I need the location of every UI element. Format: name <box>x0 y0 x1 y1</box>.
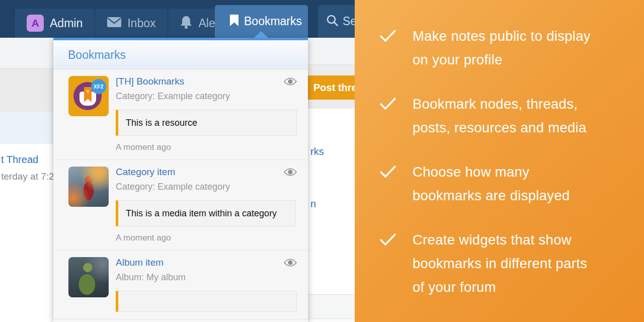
nav-tab-inbox[interactable]: Inbox <box>95 9 168 38</box>
nav-inbox-label: Inbox <box>127 17 155 30</box>
check-icon <box>380 30 396 71</box>
nav-bookmarks-label: Bookmarks <box>244 15 302 28</box>
nav-tab-admin[interactable]: A Admin <box>14 9 95 38</box>
bookmark-note-quote <box>116 291 297 312</box>
eye-icon[interactable] <box>284 77 297 86</box>
partial-link-fragment[interactable]: n <box>310 198 316 210</box>
bookmark-timestamp: A moment ago <box>116 233 297 243</box>
partial-thread-timestamp: terday at 7:2 <box>1 171 54 182</box>
partial-thread-link[interactable]: t Thread <box>1 154 38 166</box>
bookmark-title-link[interactable]: [TH] Bookmarks <box>116 76 184 87</box>
album-thumbnail[interactable] <box>68 257 109 297</box>
bookmark-title-link[interactable]: Category item <box>116 167 175 178</box>
menu-header-title: Bookmarks <box>53 40 308 69</box>
nav-tab-search[interactable]: Se <box>318 5 355 38</box>
check-icon <box>380 98 396 139</box>
nav-search-label: Se <box>343 15 355 28</box>
eye-icon[interactable] <box>284 258 297 267</box>
nav-tabstrip: A Admin Inbox Alerts <box>14 9 240 38</box>
bookmark-note-quote: This is a resource <box>116 110 297 136</box>
bookmark-icon <box>230 15 238 28</box>
admin-avatar[interactable]: A <box>27 15 44 32</box>
xf2-resource-icon[interactable]: ★ XF2 <box>68 76 109 116</box>
menu-pointer-arrow <box>254 31 268 38</box>
promo-panel: Make notes public to display on your pro… <box>355 0 644 322</box>
eye-icon[interactable] <box>284 168 297 177</box>
bookmark-item: Album item Album: My album <box>53 251 308 319</box>
feature-item: Choose how many bookmarks are displayed <box>380 160 629 207</box>
bookmark-timestamp: A moment ago <box>116 142 297 152</box>
feature-text: Bookmark nodes, threads, posts, resource… <box>413 92 587 139</box>
envelope-icon <box>107 17 121 29</box>
bookmark-title-link[interactable]: Album item <box>116 257 164 268</box>
star-icon: ★ <box>85 88 91 95</box>
check-icon <box>380 166 396 207</box>
page: t Thread terday at 7:2 Post thre rks n A… <box>0 0 644 322</box>
feature-item: Bookmark nodes, threads, posts, resource… <box>380 92 629 139</box>
media-thumbnail[interactable] <box>68 167 109 207</box>
search-icon <box>327 15 338 28</box>
partial-link-fragment[interactable]: rks <box>310 146 324 157</box>
bookmarks-dropdown: Bookmarks ★ XF2 [TH] Bookmarks Category:… <box>53 38 308 322</box>
post-thread-button[interactable]: Post thre <box>307 75 357 100</box>
feature-text: Make notes public to display on your pro… <box>413 24 591 71</box>
feature-item: Create widgets that show bookmarks in di… <box>380 228 629 299</box>
bookmark-meta: Category: Example category <box>116 91 297 102</box>
bookmark-meta: Album: My album <box>116 272 297 283</box>
feature-text: Choose how many bookmarks are displayed <box>413 160 570 207</box>
feature-item: Make notes public to display on your pro… <box>380 24 629 71</box>
xf2-badge: XF2 <box>91 79 106 94</box>
check-icon <box>380 233 396 299</box>
bookmark-note-quote: This is a media item within a category <box>116 200 296 226</box>
nav-admin-label: Admin <box>50 17 83 30</box>
bookmark-meta: Category: Example category <box>116 181 297 192</box>
bookmark-item: ★ XF2 [TH] Bookmarks Category: Example c… <box>53 69 308 160</box>
top-navbar: A Admin Inbox Alerts Bookmarks <box>0 0 355 38</box>
bell-icon <box>180 16 192 31</box>
bookmark-item: Category item Category: Example category… <box>53 160 308 251</box>
feature-text: Create widgets that show bookmarks in di… <box>413 228 587 299</box>
